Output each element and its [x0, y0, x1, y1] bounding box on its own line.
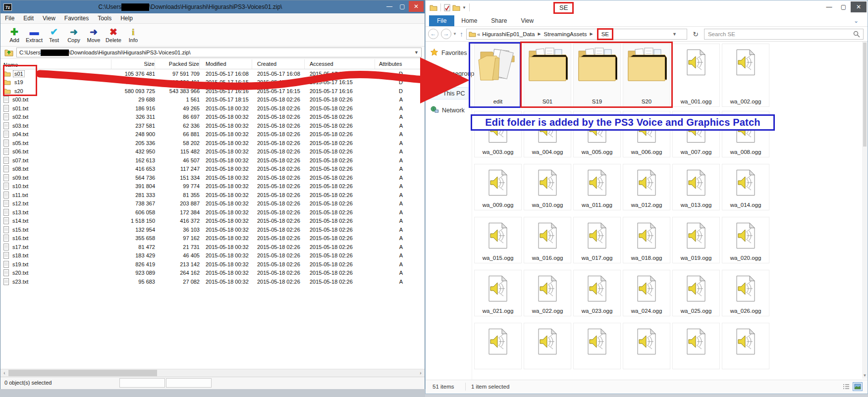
table-row[interactable]: s19.txt826 419213 1422015-05-18 00:32201…: [0, 260, 425, 269]
grid-file[interactable]: wa_008.ogg: [722, 111, 769, 157]
table-row[interactable]: s07.txt162 61346 5072015-05-18 00:322015…: [0, 156, 425, 165]
grid-file-partial[interactable]: [623, 323, 670, 369]
breadcrumb-item[interactable]: HigurashiEp01_Data: [482, 31, 535, 37]
grid-file[interactable]: wa_017.ogg: [573, 217, 621, 263]
menu-item-edit[interactable]: Edit: [19, 15, 38, 22]
grid-file[interactable]: wa_024.ogg: [623, 270, 670, 316]
refresh-icon[interactable]: ↻: [693, 30, 699, 38]
breadcrumb-overflow[interactable]: «: [477, 31, 480, 37]
7zip-horizontal-scrollbar[interactable]: ‹ ›: [0, 369, 425, 377]
explorer-titlebar[interactable]: ▼ SE — ▢ ✕: [426, 0, 868, 15]
grid-file-partial[interactable]: [672, 323, 720, 369]
grid-file[interactable]: wa_016.ogg: [524, 217, 571, 263]
table-row[interactable]: s18.txt183 42946 4052015-05-18 00:322015…: [0, 251, 425, 260]
table-row[interactable]: s13.txt606 058172 3842015-05-18 00:32201…: [0, 208, 425, 217]
table-row[interactable]: s10.txt391 80499 7742015-05-18 00:322015…: [0, 182, 425, 191]
menu-item-view[interactable]: View: [38, 15, 60, 22]
table-row[interactable]: s12.txt738 367203 8872015-05-18 00:32201…: [0, 199, 425, 208]
search-input[interactable]: Search SE: [704, 29, 864, 40]
scrollbar-thumb[interactable]: [863, 43, 867, 147]
7zip-address-input[interactable]: C:\Users\Downloads\Higurashi\HigurashiPS…: [16, 48, 422, 57]
grid-folder-S19[interactable]: S19: [573, 44, 621, 107]
table-row[interactable]: s15.txt132 95436 1032015-05-18 00:322015…: [0, 225, 425, 234]
tab-file[interactable]: File: [429, 15, 454, 26]
grid-file[interactable]: wa_007.ogg: [672, 111, 720, 157]
grid-file[interactable]: wa_006.ogg: [623, 111, 670, 157]
details-view-icon[interactable]: [841, 382, 851, 391]
minimize-button[interactable]: —: [383, 1, 396, 12]
move-button[interactable]: ➜Move: [84, 24, 104, 46]
extract-button[interactable]: ▬Extract: [24, 24, 44, 46]
grid-file[interactable]: wa_010.ogg: [524, 164, 571, 210]
up-folder-icon[interactable]: [4, 49, 13, 56]
grid-file[interactable]: wa_011.ogg: [573, 164, 621, 210]
grid-folder-S20[interactable]: S20: [623, 44, 670, 107]
back-button[interactable]: ←: [428, 29, 438, 39]
table-row[interactable]: s09.txt564 736151 3342015-05-18 00:32201…: [0, 173, 425, 182]
table-row[interactable]: s11.txt281 33381 3552015-05-18 00:322015…: [0, 191, 425, 199]
grid-file-partial[interactable]: [524, 323, 571, 369]
forward-button[interactable]: →: [441, 29, 451, 39]
maximize-button[interactable]: ▢: [396, 1, 409, 12]
grid-file-partial[interactable]: [474, 323, 522, 369]
grid-file[interactable]: wa_015.ogg: [474, 217, 522, 263]
table-row[interactable]: s16.txt355 65897 1622015-05-18 00:322015…: [0, 234, 425, 243]
breadcrumb-item[interactable]: StreamingAssets: [544, 31, 587, 37]
breadcrumb-separator-icon[interactable]: ▶: [590, 32, 593, 36]
table-row[interactable]: s20.txt923 089264 1622015-05-18 00:32201…: [0, 269, 425, 278]
7zip-titlebar[interactable]: 7z C:\Users\Downloads\Higurashi\Higurash…: [0, 0, 425, 13]
grid-file[interactable]: wa_019.ogg: [672, 217, 720, 263]
copy-button[interactable]: ➜Copy: [64, 24, 84, 46]
grid-file[interactable]: wa_009.ogg: [474, 164, 522, 210]
table-row[interactable]: s17.txt81 47221 7312015-05-18 00:322015-…: [0, 243, 425, 251]
table-row[interactable]: s04.txt248 90066 8812015-05-18 00:322015…: [0, 130, 425, 139]
table-row[interactable]: s05.txt205 33658 2022015-05-18 00:322015…: [0, 139, 425, 148]
folder-icon[interactable]: [430, 4, 437, 11]
grid-file[interactable]: wa_005.ogg: [573, 111, 621, 157]
grid-file-partial[interactable]: [722, 323, 769, 369]
table-row[interactable]: s02.txt326 31186 6972015-05-18 00:322015…: [0, 113, 425, 122]
table-row[interactable]: s08.txt416 653117 2472015-05-18 00:32201…: [0, 165, 425, 174]
delete-button[interactable]: ✖Delete: [104, 24, 123, 46]
scroll-right-icon[interactable]: ›: [417, 369, 425, 377]
menu-item-file[interactable]: File: [0, 15, 19, 22]
table-row[interactable]: s14.txt1 518 150416 3722015-05-18 00:322…: [0, 217, 425, 226]
grid-file[interactable]: wa_002.ogg: [722, 44, 769, 107]
grid-file[interactable]: wa_025.ogg: [672, 270, 720, 316]
tab-home[interactable]: Home: [454, 15, 484, 26]
info-button[interactable]: iInfo: [123, 24, 143, 46]
column-header-name[interactable]: Name: [0, 59, 111, 69]
grid-file[interactable]: wa_004.ogg: [524, 111, 571, 157]
breadcrumb-item-current[interactable]: SE: [597, 28, 613, 40]
sidebar-item-this-pc[interactable]: This PC: [428, 87, 468, 99]
scroll-down-icon[interactable]: ▼: [862, 373, 868, 378]
grid-file[interactable]: wa_001.ogg: [672, 44, 720, 107]
ribbon-expand-icon[interactable]: ⌄: [854, 17, 859, 24]
table-row[interactable]: s20580 093 725543 383 9662015-05-17 16:1…: [0, 87, 425, 96]
menu-item-favorites[interactable]: Favorites: [60, 15, 93, 22]
table-row[interactable]: s01.txt186 91649 2652015-05-18 00:322015…: [0, 104, 425, 113]
column-header-size[interactable]: Size: [111, 59, 155, 69]
breadcrumb-separator-icon[interactable]: ▶: [538, 32, 541, 36]
grid-file[interactable]: wa_012.ogg: [623, 164, 670, 210]
address-dropdown-icon[interactable]: ▼: [672, 32, 677, 37]
history-dropdown-icon[interactable]: ▼: [453, 32, 457, 36]
sidebar-item-favorites[interactable]: Favorites: [431, 49, 467, 57]
close-button[interactable]: ✕: [409, 1, 424, 12]
tab-view[interactable]: View: [514, 15, 541, 26]
grid-folder-edit[interactable]: edit: [474, 44, 522, 107]
up-button[interactable]: ↑: [460, 30, 463, 38]
thumbnails-view-icon[interactable]: [853, 382, 863, 391]
new-folder-icon[interactable]: [452, 4, 460, 11]
column-header-packed-size[interactable]: Packed Size: [155, 59, 200, 69]
grid-file[interactable]: wa_023.ogg: [573, 270, 621, 316]
add-button[interactable]: ✚Add: [4, 24, 24, 46]
grid-file[interactable]: wa_020.ogg: [722, 217, 769, 263]
table-row[interactable]: s01105 376 48197 591 7092015-05-17 16:08…: [0, 69, 425, 78]
maximize-button[interactable]: ▢: [836, 1, 851, 12]
chevron-down-icon[interactable]: ▼: [413, 49, 420, 56]
close-button[interactable]: ✕: [851, 1, 867, 12]
table-row[interactable]: s06.txt432 950115 4822015-05-18 00:32201…: [0, 148, 425, 156]
table-row[interactable]: s03.txt237 58162 3362015-05-18 00:322015…: [0, 121, 425, 130]
search-icon[interactable]: [853, 31, 860, 38]
